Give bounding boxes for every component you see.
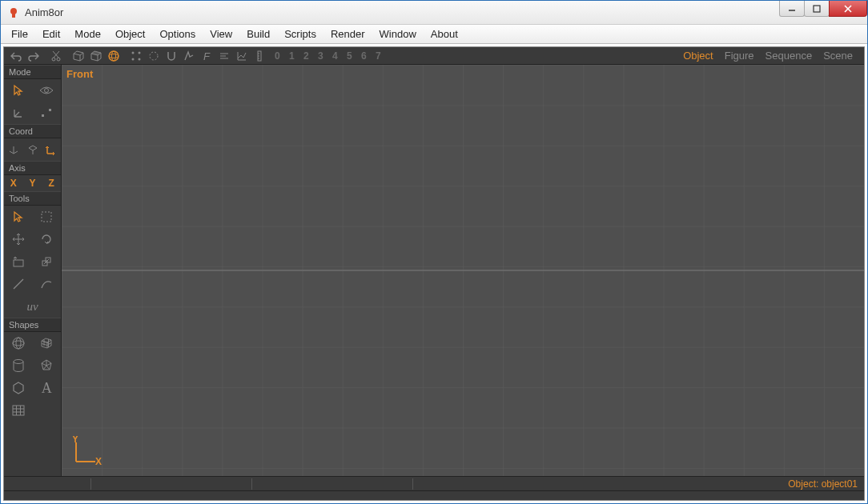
- menu-edit[interactable]: Edit: [35, 26, 67, 42]
- svg-point-15: [132, 58, 135, 60]
- tool-scale-nonuniform-icon[interactable]: [4, 250, 33, 273]
- window-controls: [780, 1, 867, 17]
- points-icon[interactable]: [33, 102, 62, 124]
- tool-line-icon[interactable]: [4, 273, 33, 295]
- toolbox: Mode Coord Axis X Y: [4, 65, 62, 476]
- cut-icon[interactable]: [48, 49, 64, 63]
- minimize-button[interactable]: [779, 1, 805, 17]
- app-window: Anim8or File Edit Mode Object Options Vi…: [0, 0, 868, 504]
- status-object-label: Object: object01: [788, 478, 858, 490]
- svg-text:F: F: [203, 50, 211, 62]
- axis-arrows-icon[interactable]: [4, 102, 33, 124]
- menu-render[interactable]: Render: [323, 26, 372, 42]
- svg-rect-3: [814, 6, 820, 12]
- section-coord: Coord: [4, 124, 61, 138]
- shape-polyhedron-icon[interactable]: [33, 354, 62, 377]
- object-coord-icon[interactable]: [23, 138, 42, 161]
- ruler-icon[interactable]: [251, 49, 267, 63]
- tool-scale-icon[interactable]: [33, 250, 62, 273]
- menu-file[interactable]: File: [4, 26, 35, 42]
- menu-scripts[interactable]: Scripts: [277, 26, 323, 42]
- shape-empty: [33, 399, 62, 422]
- shape-grid-icon[interactable]: [4, 399, 33, 422]
- workspace: Mode Coord Axis X Y: [4, 65, 864, 476]
- graph-icon[interactable]: [234, 49, 250, 63]
- svg-point-11: [109, 54, 119, 58]
- tool-select-icon[interactable]: [4, 206, 33, 228]
- shape-cylinder-icon[interactable]: [4, 354, 33, 377]
- tab-object[interactable]: Object: [683, 50, 713, 62]
- svg-line-33: [44, 259, 49, 264]
- smooth-icon[interactable]: [106, 49, 122, 63]
- mode-tabs: Object Figure Sequence Scene: [683, 50, 861, 62]
- shape-text-icon[interactable]: A: [33, 377, 62, 399]
- grid-dots-icon[interactable]: [128, 49, 144, 63]
- svg-rect-27: [42, 114, 44, 117]
- toolbar: F 0 1 2 3 4 5 6 7 Object Figure Sequence…: [4, 47, 864, 65]
- tool-move-icon[interactable]: [4, 228, 33, 250]
- axis-indicator: Y X: [70, 436, 102, 468]
- svg-line-9: [53, 51, 58, 58]
- shape-sphere-icon[interactable]: [4, 332, 33, 354]
- tab-sequence[interactable]: Sequence: [766, 50, 813, 62]
- menu-window[interactable]: Window: [372, 26, 424, 42]
- tab-figure[interactable]: Figure: [725, 50, 754, 62]
- f-icon[interactable]: F: [199, 49, 215, 63]
- section-tools: Tools: [4, 191, 61, 206]
- menubar: File Edit Mode Object Options View Build…: [1, 25, 867, 44]
- eye-icon[interactable]: [33, 79, 62, 102]
- axis-indicator-y: Y: [72, 436, 78, 445]
- shape-hexagon-icon[interactable]: [4, 377, 33, 399]
- app-body: F 0 1 2 3 4 5 6 7 Object Figure Sequence…: [3, 46, 865, 501]
- menu-build[interactable]: Build: [239, 26, 277, 42]
- svg-point-16: [139, 58, 141, 60]
- menu-view[interactable]: View: [203, 26, 239, 42]
- screen-coord-icon[interactable]: [42, 138, 61, 161]
- svg-point-0: [10, 8, 17, 14]
- viewport[interactable]: Front Y X: [62, 65, 864, 476]
- undo-icon[interactable]: [8, 49, 24, 63]
- status-bar: [4, 490, 864, 500]
- svg-point-12: [112, 51, 116, 61]
- menu-object[interactable]: Object: [108, 26, 153, 42]
- tool-rotate-icon[interactable]: [33, 228, 62, 250]
- svg-point-7: [57, 58, 60, 61]
- shape-cube-icon[interactable]: [33, 332, 62, 354]
- tab-scene[interactable]: Scene: [823, 50, 853, 62]
- flat-icon[interactable]: [88, 49, 104, 63]
- tool-marquee-icon[interactable]: [33, 206, 62, 228]
- track-bar: Object: object01: [4, 476, 864, 490]
- svg-point-6: [52, 58, 55, 61]
- snap-icon[interactable]: [146, 49, 162, 63]
- world-coord-icon[interactable]: [4, 138, 23, 161]
- select-arrow-icon[interactable]: [4, 79, 33, 102]
- svg-point-26: [45, 89, 49, 93]
- close-button[interactable]: [829, 1, 867, 17]
- svg-point-14: [139, 51, 141, 54]
- menu-mode[interactable]: Mode: [67, 26, 108, 42]
- axis-x[interactable]: X: [4, 175, 23, 191]
- fast-select-icon[interactable]: [181, 49, 197, 63]
- titlebar: Anim8or: [1, 1, 867, 25]
- app-icon: [7, 6, 20, 19]
- svg-point-38: [14, 360, 23, 364]
- layer-numbers[interactable]: 0 1 2 3 4 5 6 7: [275, 50, 384, 62]
- maximize-button[interactable]: [804, 1, 830, 17]
- menu-options[interactable]: Options: [152, 26, 203, 42]
- svg-rect-39: [13, 406, 24, 415]
- magnet-icon[interactable]: [163, 49, 179, 63]
- align-icon[interactable]: [216, 49, 232, 63]
- svg-rect-1: [12, 14, 15, 18]
- section-mode: Mode: [4, 65, 61, 79]
- wireframe-icon[interactable]: [70, 49, 86, 63]
- section-axis: Axis: [4, 161, 61, 175]
- axis-indicator-x: X: [95, 456, 102, 467]
- svg-line-8: [54, 51, 59, 58]
- window-title: Anim8or: [25, 6, 63, 18]
- redo-icon[interactable]: [26, 49, 42, 63]
- tool-uv-icon[interactable]: uv: [4, 295, 61, 318]
- menu-about[interactable]: About: [424, 26, 465, 42]
- tool-curve-icon[interactable]: [33, 273, 62, 295]
- axis-z[interactable]: Z: [42, 175, 61, 191]
- axis-y[interactable]: Y: [23, 175, 42, 191]
